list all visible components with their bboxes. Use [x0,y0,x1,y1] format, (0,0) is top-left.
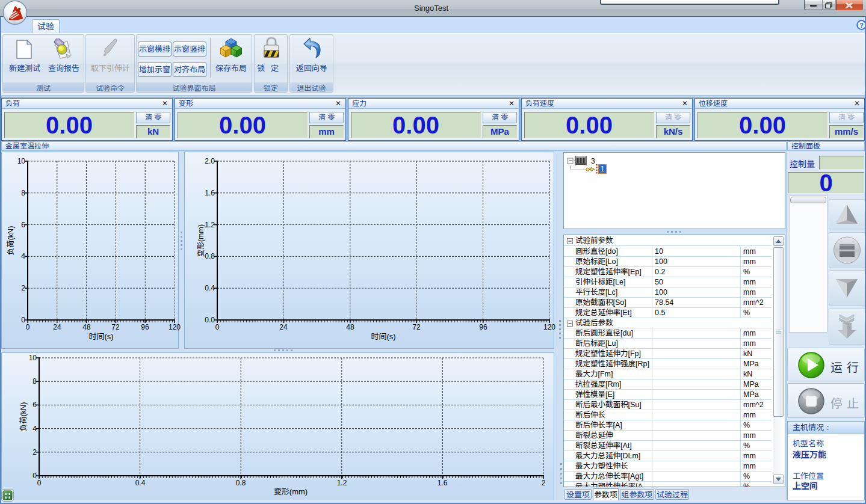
svg-text:?: ? [859,22,864,29]
svg-text:3: 3 [591,157,595,165]
svg-text:1: 1 [601,165,605,173]
